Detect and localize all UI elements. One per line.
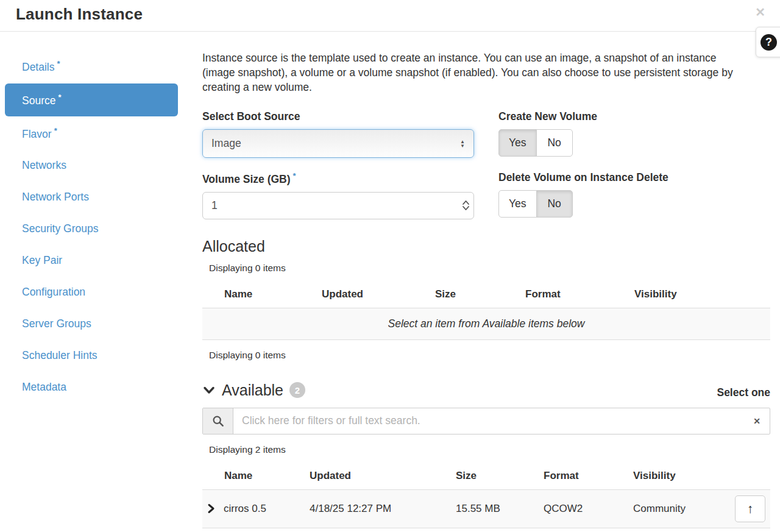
expand-row-icon[interactable] [207,503,215,514]
page-title: Launch Instance [16,5,764,24]
source-description: Instance source is the template used to … [202,51,741,94]
allocated-empty-text: Select an item from Available items belo… [202,308,770,339]
sidebar-item-scheduler-hints[interactable]: Scheduler Hints [5,340,178,371]
allocated-heading: Allocated [202,238,770,255]
column-header-name: Name [202,464,310,490]
source-form: Select Boot Source Image ▲ ▼ Create New … [202,110,770,219]
allocated-count-top: Displaying 0 items [209,263,770,274]
allocated-table: Name Updated Size Format Visibility Sele… [202,282,770,340]
allocated-empty-row: Select an item from Available items belo… [202,308,770,339]
search-icon[interactable] [203,408,233,434]
allocated-header-row: Name Updated Size Format Visibility [202,282,770,308]
available-table: Name Updated Size Format Visibility [202,464,770,528]
create-new-volume-label: Create New Volume [498,110,770,123]
boot-source-field: Select Boot Source Image ▲ ▼ [202,110,474,158]
clear-search-icon[interactable]: ✕ [744,408,770,434]
volume-size-field: Volume Size (GB)* [202,158,474,219]
available-count-badge: 2 [289,382,305,398]
column-header-size: Size [435,282,525,308]
create-volume-no-button[interactable]: No [536,129,573,157]
sidebar-item-source[interactable]: Source* [5,83,178,116]
required-asterisk: * [58,93,61,102]
delete-volume-toggle: Yes No [498,190,573,218]
column-header-visibility: Visibility [634,282,770,308]
volume-size-label: Volume Size (GB)* [202,171,474,186]
close-icon[interactable]: ✕ [753,2,768,22]
create-volume-yes-button[interactable]: Yes [498,129,537,157]
column-header-updated: Updated [310,464,456,490]
allocate-item-button[interactable]: ↑ [735,495,765,522]
column-header-format: Format [544,464,633,490]
sidebar-item-network-ports[interactable]: Network Ports [5,182,178,213]
select-arrows-icon: ▲ ▼ [460,140,465,148]
image-updated: 4/18/25 12:27 PM [310,489,456,528]
chevron-down-icon[interactable] [202,383,216,397]
filter-search-bar: ✕ [202,408,770,434]
image-name: cirros 0.5 [224,503,266,515]
create-new-volume-field: Create New Volume Yes No [498,110,770,158]
available-section-header: Available 2 Select one [202,381,770,399]
sidebar-item-server-groups[interactable]: Server Groups [5,308,178,339]
boot-source-select[interactable]: Image ▲ ▼ [202,129,474,158]
sidebar-item-networks[interactable]: Networks [5,150,178,181]
delete-volume-yes-button[interactable]: Yes [498,190,537,218]
available-heading: Available [222,381,283,399]
sidebar-item-key-pair[interactable]: Key Pair [5,245,178,276]
column-header-format: Format [525,282,634,308]
required-asterisk: * [54,126,57,135]
number-spinner-icon[interactable] [463,197,469,215]
sidebar-item-details[interactable]: Details* [5,50,178,83]
boot-source-label: Select Boot Source [202,110,474,123]
image-format: QCOW2 [544,489,633,528]
available-count: Displaying 2 items [209,444,770,455]
table-row-cirros: cirros 0.5 4/18/25 12:27 PM 15.55 MB QCO… [202,489,770,528]
available-header-row: Name Updated Size Format Visibility [202,464,770,490]
source-step-content: Instance source is the template used to … [178,32,780,528]
image-size: 15.55 MB [456,489,544,528]
delete-volume-label: Delete Volume on Instance Delete [498,171,770,184]
modal-header: Launch Instance ✕ [0,0,780,32]
volume-size-input[interactable] [202,192,474,219]
search-input[interactable] [233,408,744,434]
modal-body: Details* Source* Flavor* Networks Networ… [0,32,780,528]
wizard-nav: Details* Source* Flavor* Networks Networ… [0,32,178,403]
column-header-visibility: Visibility [633,464,734,490]
sidebar-item-security-groups[interactable]: Security Groups [5,213,178,244]
image-visibility: Community [633,489,734,528]
launch-instance-modal: Launch Instance ✕ ? Details* Source* Fla… [0,0,780,528]
allocated-count-bottom: Displaying 0 items [209,350,770,361]
create-new-volume-toggle: Yes No [498,129,573,157]
delete-volume-field: Delete Volume on Instance Delete Yes No [498,158,770,219]
sidebar-item-flavor[interactable]: Flavor* [5,117,178,150]
select-one-hint: Select one [717,386,770,399]
column-header-updated: Updated [322,282,435,308]
column-header-actions [734,464,770,490]
up-arrow-icon: ↑ [747,502,754,516]
required-asterisk: * [293,171,296,180]
help-button[interactable]: ? [756,27,780,57]
column-header-size: Size [456,464,544,490]
sidebar-item-metadata[interactable]: Metadata [5,372,178,403]
required-asterisk: * [57,59,60,68]
boot-source-value: Image [211,137,460,150]
help-icon: ? [760,34,777,51]
sidebar-item-configuration[interactable]: Configuration [5,277,178,308]
column-header-name: Name [202,282,322,308]
delete-volume-no-button[interactable]: No [536,190,573,218]
